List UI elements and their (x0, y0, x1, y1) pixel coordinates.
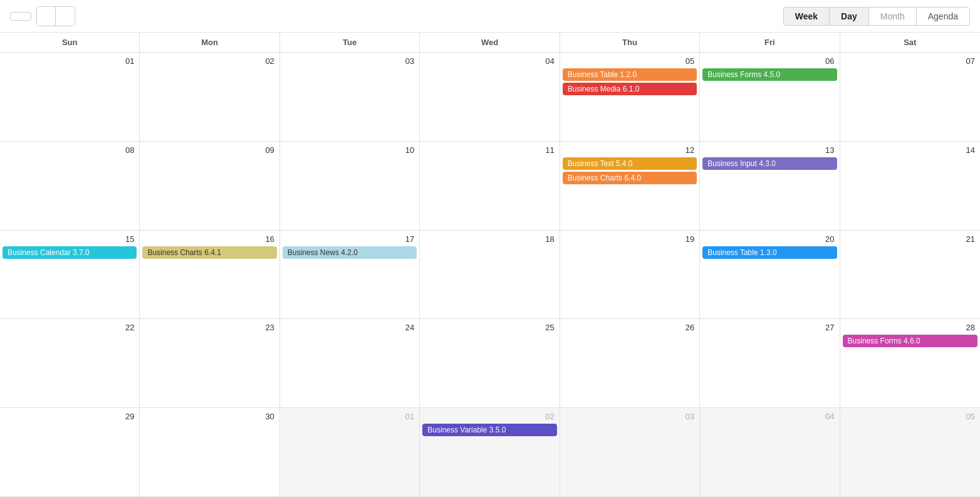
day-number: 28 (843, 323, 977, 332)
day-header-thu: Thu (560, 33, 700, 52)
today-button[interactable] (10, 12, 31, 21)
events-container: Business Calendar 3.7.0 (3, 246, 137, 259)
events-container: Business News 4.2.0 (283, 246, 417, 259)
day-cell[interactable]: 03 (560, 408, 700, 497)
day-header-tue: Tue (280, 33, 420, 52)
day-header-sun: Sun (0, 33, 140, 52)
day-cell[interactable]: 05Business Table 1.2.0Business Media 6.1… (560, 53, 700, 142)
day-cell[interactable]: 08 (0, 142, 140, 231)
next-button[interactable] (56, 7, 75, 26)
day-cell[interactable]: 12Business Text 5.4.0Business Charts 6.4… (560, 142, 700, 231)
day-cell[interactable]: 13Business Input 4.3.0 (700, 142, 840, 231)
day-number: 08 (3, 145, 137, 155)
days-header: SunMonTueWedThuFriSat (0, 33, 980, 53)
view-day-button[interactable]: Day (830, 8, 869, 25)
day-number: 25 (422, 323, 556, 332)
day-number: 02 (422, 412, 556, 421)
day-cell[interactable]: 23 (140, 319, 279, 408)
day-number: 26 (563, 323, 697, 332)
day-number: 17 (283, 234, 417, 244)
day-cell[interactable]: 26 (560, 319, 700, 408)
day-cell[interactable]: 27 (700, 319, 840, 408)
day-cell[interactable]: 07 (840, 53, 980, 142)
day-cell[interactable]: 14 (840, 142, 980, 231)
day-number: 18 (422, 234, 556, 244)
event-pill[interactable]: Business Charts 6.4.1 (142, 246, 276, 259)
day-number: 22 (3, 323, 137, 332)
day-number: 21 (843, 234, 977, 244)
day-number: 04 (422, 56, 556, 66)
day-cell[interactable]: 17Business News 4.2.0 (280, 231, 420, 320)
day-cell[interactable]: 16Business Charts 6.4.1 (140, 231, 279, 320)
day-cell[interactable]: 24 (280, 319, 420, 408)
day-cell[interactable]: 19 (560, 231, 700, 320)
calendar-grid: 0102030405Business Table 1.2.0Business M… (0, 53, 980, 497)
day-number: 20 (702, 234, 837, 244)
event-pill[interactable]: Business Input 4.3.0 (702, 157, 837, 170)
day-cell[interactable]: 04 (700, 408, 840, 497)
day-number: 23 (142, 323, 276, 332)
prev-button[interactable] (37, 7, 56, 26)
day-cell[interactable]: 01 (0, 53, 140, 142)
day-cell[interactable]: 21 (840, 231, 980, 320)
day-cell[interactable]: 01 (280, 408, 420, 497)
calendar-container: Week Day Month Agenda SunMonTueWedThuFri… (0, 0, 980, 497)
event-pill[interactable]: Business Text 5.4.0 (563, 157, 697, 170)
day-header-mon: Mon (140, 33, 279, 52)
event-pill[interactable]: Business Media 6.1.0 (563, 83, 697, 95)
event-pill[interactable]: Business Forms 4.5.0 (702, 68, 837, 81)
calendar-header: Week Day Month Agenda (0, 0, 980, 33)
day-cell[interactable]: 18 (420, 231, 560, 320)
day-cell[interactable]: 09 (140, 142, 279, 231)
view-buttons: Week Day Month Agenda (783, 7, 970, 26)
event-pill[interactable]: Business Calendar 3.7.0 (3, 246, 137, 259)
view-month-button[interactable]: Month (869, 8, 917, 25)
day-number: 27 (702, 323, 837, 332)
day-number: 11 (422, 145, 556, 155)
day-number: 09 (142, 145, 276, 155)
events-container: Business Table 1.3.0 (702, 246, 837, 259)
day-number: 06 (702, 56, 837, 66)
day-number: 01 (3, 56, 137, 66)
day-number: 04 (702, 412, 837, 421)
day-cell[interactable]: 10 (280, 142, 420, 231)
event-pill[interactable]: Business Charts 6.4.0 (563, 172, 697, 184)
day-number: 03 (283, 56, 417, 66)
event-pill[interactable]: Business Variable 3.5.0 (422, 424, 556, 436)
events-container: Business Text 5.4.0Business Charts 6.4.0 (563, 157, 697, 184)
event-pill[interactable]: Business Table 1.2.0 (563, 68, 697, 81)
day-number: 05 (843, 412, 977, 421)
events-container: Business Table 1.2.0Business Media 6.1.0 (563, 68, 697, 95)
day-cell[interactable]: 28Business Forms 4.6.0 (840, 319, 980, 408)
day-cell[interactable]: 20Business Table 1.3.0 (700, 231, 840, 320)
header-left (10, 6, 75, 26)
day-number: 24 (283, 323, 417, 332)
day-header-fri: Fri (700, 33, 840, 52)
day-cell[interactable]: 22 (0, 319, 140, 408)
day-cell[interactable]: 11 (420, 142, 560, 231)
events-container: Business Forms 4.6.0 (843, 335, 977, 347)
day-cell[interactable]: 02Business Variable 3.5.0 (420, 408, 560, 497)
events-container: Business Forms 4.5.0 (702, 68, 837, 81)
day-number: 13 (702, 145, 837, 155)
day-number: 01 (283, 412, 417, 421)
view-agenda-button[interactable]: Agenda (917, 8, 969, 25)
events-container: Business Input 4.3.0 (702, 157, 837, 170)
day-cell[interactable]: 02 (140, 53, 279, 142)
day-cell[interactable]: 06Business Forms 4.5.0 (700, 53, 840, 142)
day-cell[interactable]: 30 (140, 408, 279, 497)
event-pill[interactable]: Business Table 1.3.0 (702, 246, 837, 259)
view-week-button[interactable]: Week (784, 8, 830, 25)
day-cell[interactable]: 25 (420, 319, 560, 408)
day-number: 10 (283, 145, 417, 155)
event-pill[interactable]: Business Forms 4.6.0 (843, 335, 977, 347)
event-pill[interactable]: Business News 4.2.0 (283, 246, 417, 259)
day-number: 30 (142, 412, 276, 421)
nav-group (36, 6, 75, 26)
day-cell[interactable]: 15Business Calendar 3.7.0 (0, 231, 140, 320)
day-cell[interactable]: 03 (280, 53, 420, 142)
day-cell[interactable]: 04 (420, 53, 560, 142)
day-cell[interactable]: 29 (0, 408, 140, 497)
day-number: 16 (142, 234, 276, 244)
day-cell[interactable]: 05 (840, 408, 980, 497)
